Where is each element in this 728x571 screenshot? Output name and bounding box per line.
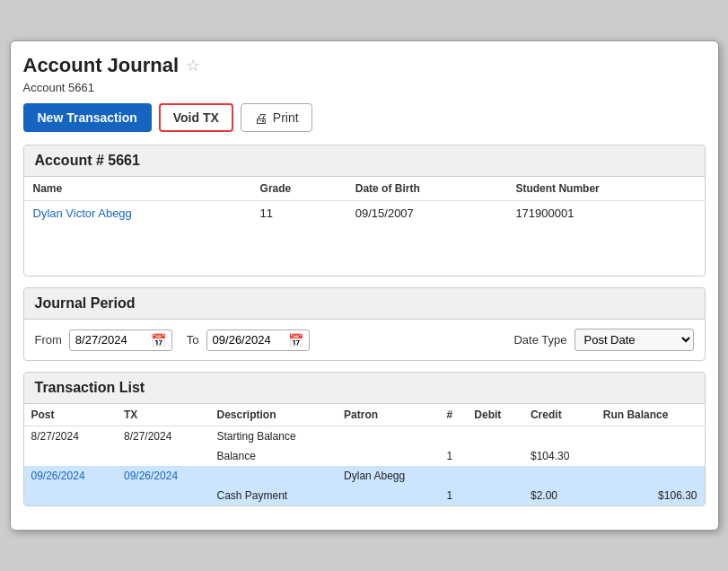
tx-col-patron: Patron <box>337 404 439 426</box>
from-date-input-wrapper[interactable]: 📅 <box>69 329 172 351</box>
table-row: Cash Payment 1 $2.00 $106.30 <box>24 486 705 505</box>
col-name: Name <box>24 177 251 201</box>
cell-debit <box>467 446 523 466</box>
account-section: Account # 5661 Name Grade Date of Birth … <box>23 145 706 277</box>
account-section-body: Name Grade Date of Birth Student Number … <box>24 177 705 276</box>
transaction-list-section: Transaction List Post TX Description Pat… <box>23 372 706 506</box>
cell-tx: 8/27/2024 <box>117 426 210 447</box>
tx-col-run-balance: Run Balance <box>596 404 705 426</box>
col-grade: Grade <box>251 177 346 201</box>
transaction-list-title: Transaction List <box>24 373 705 404</box>
cell-debit <box>467 486 523 505</box>
printer-icon: 🖨 <box>254 110 268 126</box>
date-type-label: Date Type <box>513 333 566 347</box>
cell-run-balance <box>596 466 705 486</box>
cell-patron: Dylan Abegg <box>337 466 439 486</box>
cell-credit <box>523 426 596 447</box>
cell-post <box>24 446 118 466</box>
cell-debit <box>467 466 523 486</box>
tx-col-num: # <box>440 404 468 426</box>
cell-dob: 09/15/2007 <box>346 201 507 226</box>
cell-student-number: 171900001 <box>506 201 704 226</box>
tx-col-tx: TX <box>117 404 210 426</box>
cell-description-sub: Cash Payment <box>210 486 338 505</box>
col-student-number: Student Number <box>506 177 704 201</box>
account-table-header-row: Name Grade Date of Birth Student Number <box>24 177 705 201</box>
toolbar: New Transaction Void TX 🖨 Print <box>23 103 706 132</box>
journal-period-section: Journal Period From 📅 To 📅 Date Type Pos… <box>23 287 706 361</box>
account-subtitle: Account 5661 <box>23 81 706 94</box>
cell-num: 1 <box>440 486 468 505</box>
tx-col-debit: Debit <box>467 404 523 426</box>
account-table-row: Dylan Victor Abegg 11 09/15/2007 1719000… <box>24 201 705 226</box>
cell-patron <box>337 486 439 505</box>
account-table: Name Grade Date of Birth Student Number … <box>24 177 705 225</box>
tx-table: Post TX Description Patron # Debit Credi… <box>24 404 705 505</box>
cell-grade: 11 <box>251 201 346 226</box>
account-section-title: Account # 5661 <box>24 145 705 177</box>
cell-credit: $104.30 <box>523 446 596 466</box>
from-label: From <box>35 333 62 347</box>
account-table-wrapper: Name Grade Date of Birth Student Number … <box>24 177 705 276</box>
print-button[interactable]: 🖨 Print <box>241 103 312 132</box>
tx-table-wrapper: Post TX Description Patron # Debit Credi… <box>24 404 705 505</box>
to-label: To <box>187 333 199 347</box>
tx-col-credit: Credit <box>523 404 596 426</box>
page-title: Account Journal <box>23 54 180 77</box>
table-row: Balance 1 $104.30 <box>24 446 705 466</box>
cell-patron <box>337 446 439 466</box>
new-transaction-button[interactable]: New Transaction <box>23 103 152 132</box>
cell-credit: $2.00 <box>523 486 596 505</box>
to-date-input-wrapper[interactable]: 📅 <box>206 329 310 351</box>
to-date-input[interactable] <box>213 333 285 347</box>
tx-table-header-row: Post TX Description Patron # Debit Credi… <box>24 404 705 426</box>
transaction-list-body: Post TX Description Patron # Debit Credi… <box>24 404 705 505</box>
table-row: 8/27/2024 8/27/2024 Starting Balance <box>24 426 705 447</box>
cell-run-balance <box>596 426 705 447</box>
cell-description <box>210 466 338 486</box>
from-date-input[interactable] <box>75 333 147 347</box>
main-window: Account Journal ☆ Account 5661 New Trans… <box>10 40 719 531</box>
cell-tx <box>117 486 210 505</box>
cell-post <box>24 486 118 505</box>
journal-period-body: From 📅 To 📅 Date Type Post Date Transact… <box>24 320 705 360</box>
table-row: 09/26/2024 09/26/2024 Dylan Abegg <box>24 466 705 486</box>
cell-run-balance <box>596 446 705 466</box>
print-label: Print <box>273 110 299 125</box>
to-calendar-icon[interactable]: 📅 <box>288 333 303 347</box>
cell-num <box>440 466 468 486</box>
date-type-select[interactable]: Post Date Transaction Date <box>575 329 694 351</box>
cell-num <box>440 426 468 447</box>
cell-credit <box>523 466 596 486</box>
cell-tx <box>117 446 210 466</box>
cell-post: 8/27/2024 <box>24 426 118 447</box>
cell-run-balance: $106.30 <box>596 486 705 505</box>
cell-name: Dylan Victor Abegg <box>24 201 251 226</box>
cell-tx: 09/26/2024 <box>117 466 210 486</box>
journal-period-title: Journal Period <box>24 288 705 320</box>
cell-patron <box>337 426 439 447</box>
tx-col-post: Post <box>24 404 118 426</box>
cell-post: 09/26/2024 <box>24 466 118 486</box>
star-icon[interactable]: ☆ <box>186 56 200 75</box>
cell-num: 1 <box>440 446 468 466</box>
col-dob: Date of Birth <box>346 177 507 201</box>
cell-description-sub: Balance <box>210 446 338 466</box>
cell-debit <box>467 426 523 447</box>
cell-description: Starting Balance <box>210 426 338 447</box>
from-calendar-icon[interactable]: 📅 <box>151 333 166 347</box>
tx-col-description: Description <box>210 404 338 426</box>
void-tx-button[interactable]: Void TX <box>159 103 233 132</box>
